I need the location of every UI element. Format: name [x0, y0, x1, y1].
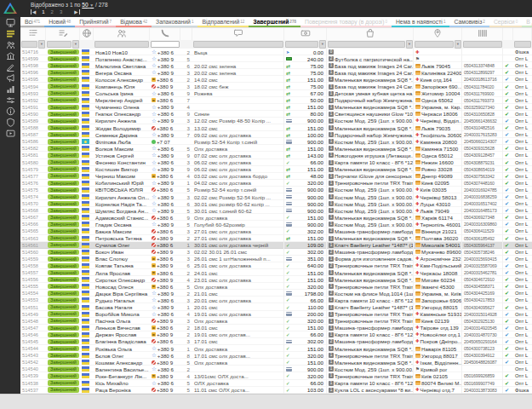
- app-logo-icon[interactable]: [3, 2, 18, 18]
- tab-Самовивіз[interactable]: Самовивіз2: [449, 17, 489, 27]
- sidebar-item-screens[interactable]: [0, 17, 20, 28]
- table-row[interactable]: 514581ЗавершенийУстинов Сергей☆+380 9907…: [20, 152, 532, 158]
- tab-Всі[interactable]: Всі471: [20, 17, 44, 27]
- table-row[interactable]: 514551ЗавершенийБасова Наталя☆+380 9120.…: [20, 303, 532, 310]
- table-row[interactable]: 514567ЗавершенийАдамовский Станис...+380…: [20, 214, 532, 221]
- column-header-phone[interactable]: [150, 28, 180, 40]
- page-1-button[interactable]: 1: [42, 9, 44, 14]
- page-2-button[interactable]: 2: [51, 9, 54, 14]
- column-header-flag[interactable]: [80, 28, 94, 40]
- filter-dropdown-payment[interactable]: ▾: [319, 40, 326, 49]
- table-row[interactable]: 514589ЗавершенийКирилич Анжела☆+380 9312…: [20, 118, 532, 124]
- last-page-button[interactable]: ▶: [74, 9, 79, 14]
- table-row[interactable]: 514539ЗавершенийРоке-Бетанкурт Лін...+38…: [20, 372, 532, 379]
- filter-box-id[interactable]: [21, 41, 37, 48]
- filter-input-phone[interactable]: [151, 41, 180, 48]
- filter-box-note[interactable]: [193, 41, 283, 48]
- filter-box-payment[interactable]: [285, 41, 318, 48]
- column-header-status[interactable]: [46, 28, 80, 40]
- filter-dropdown-product[interactable]: ▾: [406, 40, 413, 49]
- filter-box-city[interactable]: [415, 41, 454, 48]
- sidebar-item-shield[interactable]: [0, 117, 20, 128]
- sidebar-item-video[interactable]: [0, 128, 20, 139]
- tab-Сервіси[interactable]: Сервіси0: [489, 17, 522, 27]
- table-row[interactable]: 514579ЗавершенийКостишин Виктор☆+380 990…: [20, 166, 532, 173]
- table-row[interactable]: 514565ЗавершенийБаюка Максим+380 6327.01…: [20, 228, 532, 234]
- table-row[interactable]: 514591ЗавершенийЧумаченко Олена☆+380 94⇄…: [20, 104, 532, 111]
- filter-box-status[interactable]: [47, 41, 72, 48]
- table-row[interactable]: 514563ЗавершенийПетровська Тетяна+380 92…: [20, 235, 532, 242]
- filter-box-tag[interactable]: [514, 41, 531, 48]
- table-row[interactable]: 514592ЗавершенийМерклінгер Андрей+380 67…: [20, 97, 532, 104]
- table-row[interactable]: 514596ЗавершенийВегера Оксана☆+380 9320.…: [20, 69, 532, 76]
- table-row[interactable]: 514566ЗавершенийГладик Оксана☆+380 95Гол…: [20, 221, 532, 228]
- table-row[interactable]: 514560ЗавершенийБокоч Иван+380 9302.02 3…: [20, 249, 532, 256]
- table-row[interactable]: 514555ЗавершенийНовосад Олеся+380 65Олх …: [20, 283, 532, 290]
- sidebar-item-stats[interactable]: [0, 84, 20, 95]
- tab-Відправлений[interactable]: Відправлений12: [197, 17, 249, 27]
- table-row[interactable]: 514545ЗавершенийБлагінна Владіслава+380 …: [20, 338, 532, 345]
- column-header-product[interactable]: [327, 28, 414, 40]
- table-row[interactable]: 514537ЗавершенийРаца Вероніка+380 9511.0…: [20, 387, 532, 394]
- tab-Нема в наявності[interactable]: Нема в наявності1: [392, 17, 449, 27]
- sidebar-item-settings[interactable]: [0, 95, 20, 106]
- table-row[interactable]: 514590ЗавершенийГнатюк Олександр☆+380 69…: [20, 111, 532, 118]
- table-row[interactable]: 514558ЗавершенийКовпак Татьяна+380 9625.…: [20, 262, 532, 269]
- table-row[interactable]: 514543ЗавершенийБєлов Олег☆+380 6817.01 …: [20, 352, 532, 359]
- page-3-button[interactable]: 3: [60, 9, 62, 14]
- column-header-count[interactable]: [180, 28, 192, 40]
- table-row[interactable]: 514576ЗавершенийКобилинський Юрій☆+380 9…: [20, 180, 532, 187]
- column-header-city[interactable]: [414, 28, 462, 40]
- table-row[interactable]: 514542ЗавершенийКошмак Александр+380 95О…: [20, 359, 532, 366]
- sidebar-item-signature[interactable]: [0, 61, 20, 72]
- table-row[interactable]: 514549ЗавершенийВоробйов Микола☆+380 641…: [20, 311, 532, 318]
- table-row[interactable]: 514568ЗавершенийШумляс Богдана Ан...☆+38…: [20, 207, 532, 214]
- table-row[interactable]: 514580ЗавершенийФесенко Константин☆+380 …: [20, 159, 532, 166]
- table-row[interactable]: 514593ЗавершенийСольська Ірина☆+380 69Ро…: [20, 90, 532, 97]
- table-row[interactable]: 514577ЗавершенийЧерниш Максим+380 6403.0…: [20, 173, 532, 180]
- table-row[interactable]: 514554ЗавершенийДацюк Віра Сергіївна☆+38…: [20, 290, 532, 297]
- column-header-id[interactable]: [20, 28, 46, 40]
- column-header-tag[interactable]: [513, 28, 532, 40]
- table-row[interactable]: 514559ЗавершенийВлас Слотюу+380 6326.01 …: [20, 256, 532, 262]
- table-row[interactable]: 514716ЗавершенийНов10 Нов10☆+380 62Выца➤…: [20, 49, 532, 55]
- tab-Завершений[interactable]: Завершений278: [249, 17, 300, 27]
- column-header-check[interactable]: [503, 28, 513, 40]
- table-row[interactable]: 514548ЗавершенийПасічна Ольга+380 93Олх …: [20, 318, 532, 325]
- filter-box-product[interactable]: [328, 41, 405, 48]
- column-header-note[interactable]: [192, 28, 284, 40]
- page-size-dropdown[interactable]: 50 ▼: [82, 2, 94, 8]
- column-header-name[interactable]: [94, 28, 150, 40]
- tab-Прийнятий[interactable]: Прийнятий7: [75, 17, 116, 27]
- sidebar-item-ads[interactable]: [0, 72, 20, 84]
- table-row[interactable]: 514538ЗавершенийКісь Михайло☆+380 65ОЛХ …: [20, 380, 532, 387]
- table-row[interactable]: 514547ЗавершенийЛиньков Вячеслав+380 621…: [20, 325, 532, 331]
- table-row[interactable]: 514586ЗавершенийФіліпова Люба+7 07Розмір…: [20, 138, 532, 145]
- table-row[interactable]: 514574ЗавершенийКирилич Анжела Ол...☆+38…: [20, 193, 532, 200]
- table-row[interactable]: 514544ЗавершенийРоківька Ольга☆+380 91Ол…: [20, 345, 532, 352]
- table-row[interactable]: 514546ЗавершенийДержач Ярослав+380 9219.…: [20, 331, 532, 338]
- filter-dropdown-id[interactable]: ▾: [38, 40, 45, 49]
- column-header-payment[interactable]: [284, 28, 327, 40]
- table-row[interactable]: 514599ЗавершенийПотапенко Анастас...☆+38…: [20, 55, 532, 62]
- tab-В дорозі додому[interactable]: В дорозі додому0: [522, 17, 532, 27]
- sidebar-item-info[interactable]: [0, 106, 20, 117]
- sidebar-item-orders[interactable]: [0, 28, 20, 39]
- first-page-button[interactable]: ◀: [31, 9, 36, 14]
- table-row[interactable]: 514557ЗавершенийЛила Ярослав+380 6224.01…: [20, 269, 532, 276]
- tab-Повернення товару (в дорозі)[interactable]: Повернення товару (в дорозі)0: [300, 17, 392, 27]
- tab-Новий[interactable]: Новий48: [44, 17, 75, 27]
- table-row[interactable]: 514582ЗавершенийВолков Максим☆+380 65Олх…: [20, 145, 532, 152]
- column-header-tracking[interactable]: [462, 28, 503, 40]
- tab-Відмова[interactable]: Відмова42: [116, 17, 152, 27]
- table-row[interactable]: 514570ЗавершенийКорнелюк Надія Та...☆+38…: [20, 200, 532, 207]
- table-row[interactable]: 514540ЗавершенийВалентина Василье...☆+38…: [20, 366, 532, 372]
- table-row[interactable]: 514575ЗавершенийКВІТОВСЬКА ЮЛІЯ+380 65Ро…: [20, 187, 532, 193]
- filter-dropdown-status[interactable]: ▾: [72, 40, 79, 49]
- table-row[interactable]: 514595ЗавершенийКолосок Александр+380 62…: [20, 76, 532, 83]
- filter-box-name[interactable]: [94, 41, 149, 48]
- filter-box-tracking[interactable]: [463, 41, 502, 48]
- table-row[interactable]: 514553ЗавершенийРудько Наталья☆+380 6320…: [20, 297, 532, 303]
- table-row[interactable]: 514598ЗавершенийМалютина Светлана☆+380 6…: [20, 62, 532, 69]
- sidebar-item-clients[interactable]: [0, 39, 20, 50]
